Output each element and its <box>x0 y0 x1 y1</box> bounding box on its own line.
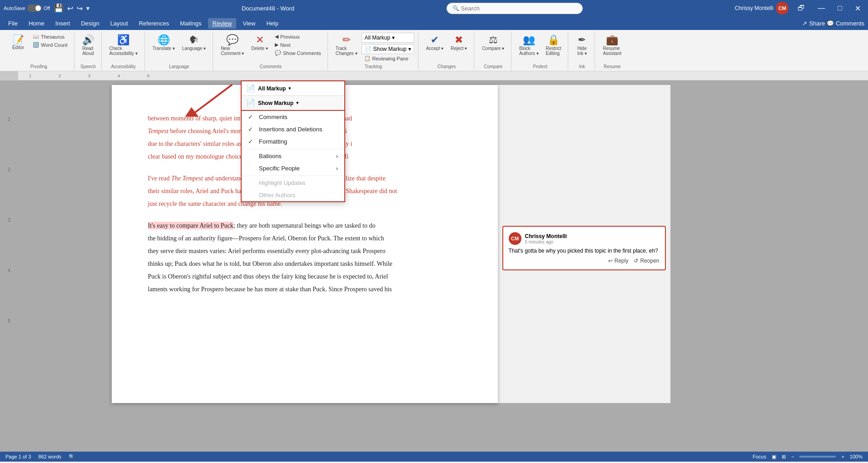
dropdown-insertions-deletions[interactable]: Insertions and Deletions <box>242 123 344 135</box>
focus-button[interactable]: Focus <box>753 454 766 459</box>
word-count-button[interactable]: 🔢 Word Count <box>30 41 70 49</box>
show-markup-dropdown-btn[interactable]: 📄 Show Markup ▾ <box>362 44 414 54</box>
menu-layout[interactable]: Layout <box>106 18 133 29</box>
reviewing-pane-button[interactable]: 📋 Reviewing Pane <box>362 55 414 62</box>
block-authors-icon: 👥 <box>523 35 535 45</box>
thesaurus-button[interactable]: 📖 Thesaurus <box>30 33 70 40</box>
restrict-editing-button[interactable]: 🔒 RestrictEditing <box>543 33 565 58</box>
changes-items: ✔ Accept ▾ ✖ Reject ▾ <box>423 33 470 62</box>
highlighted-text: It's easy to compare Ariel to Puck <box>148 222 233 229</box>
check-accessibility-button[interactable]: ♿ CheckAccessibility ▾ <box>106 33 141 58</box>
reply-button[interactable]: ↩ Reply <box>608 258 629 264</box>
search-icon: 🔍 <box>452 5 459 11</box>
menu-file[interactable]: File <box>4 18 22 29</box>
show-markup-doc-icon: 📄 <box>246 99 255 107</box>
resume-icon: 💼 <box>606 35 618 45</box>
restrict-editing-label: RestrictEditing <box>546 46 561 56</box>
dropdown-comments[interactable]: Comments <box>242 111 344 123</box>
dropdown-specific-people[interactable]: Specific People <box>242 162 344 174</box>
menu-home[interactable]: Home <box>24 18 49 29</box>
comment-time: 5 minutes ago <box>525 239 567 244</box>
layout-icon-1[interactable]: ▣ <box>772 454 776 460</box>
undo-icon[interactable]: ↩ <box>67 4 73 13</box>
toggle-knob <box>35 5 41 11</box>
doc-highlighted-section: It's easy to compare Ariel to Puck; they… <box>148 219 461 296</box>
all-markup-dropdown[interactable]: All Markup ▾ <box>362 33 414 43</box>
reply-label: Reply <box>615 258 629 264</box>
ribbon-group-speech: 🔊 ReadAloud Speech <box>75 32 102 71</box>
delete-comment-button[interactable]: ✕ Delete ▾ <box>248 33 271 53</box>
customize-icon[interactable]: ▾ <box>86 5 89 12</box>
editor-button[interactable]: 📝 Editor <box>7 33 29 52</box>
close-btn[interactable]: ✕ <box>851 2 864 15</box>
translate-button[interactable]: 🌐 Translate ▾ <box>149 33 178 53</box>
compare-button[interactable]: ⚖ Compare ▾ <box>479 33 507 53</box>
next-button[interactable]: ▶ Next <box>272 41 324 49</box>
show-markup-caret: ▾ <box>296 100 299 106</box>
hide-ink-button[interactable]: ✒ HideInk ▾ <box>573 33 591 58</box>
all-markup-row: 📄 All Markup ▾ <box>242 81 344 96</box>
zoom-out-btn[interactable]: − <box>791 454 794 459</box>
dropdown-balloons[interactable]: Balloons <box>242 150 344 162</box>
menu-help[interactable]: Help <box>262 18 283 29</box>
doc-layout: between moments of sharp, quiet intensit… <box>112 85 775 403</box>
doc-para-puck: Puck is Oberon's rightful subject and th… <box>148 270 461 283</box>
autosave-toggle-switch[interactable] <box>27 5 42 12</box>
previous-button[interactable]: ◀ Previous <box>272 33 324 40</box>
search-input[interactable] <box>461 5 577 12</box>
reject-icon: ✖ <box>455 35 463 45</box>
save-icon[interactable]: 💾 <box>54 3 64 13</box>
comment-actions: ↩ Reply ↺ Reopen <box>509 258 660 264</box>
zoom-in-btn[interactable]: + <box>841 454 844 459</box>
menu-review[interactable]: Review <box>208 18 237 29</box>
resume-assistant-button[interactable]: 💼 ResumeAssistant <box>600 33 625 58</box>
ribbon-group-accessibility: ♿ CheckAccessibility ▾ Accessibility <box>103 32 145 71</box>
comment-author: Chrissy Montelli <box>525 233 567 239</box>
word-count-icon: 🔢 <box>33 42 39 48</box>
redo-icon[interactable]: ↪ <box>77 4 83 13</box>
reject-button[interactable]: ✖ Reject ▾ <box>447 33 470 53</box>
ribbon-group-ink: ✒ HideInk ▾ Ink <box>569 32 595 71</box>
show-comments-button[interactable]: 💬 Show Comments <box>272 49 324 57</box>
autosave-toggle[interactable]: AutoSave Off <box>4 5 50 12</box>
doc-spacer-2 <box>148 210 461 219</box>
comments-menu-label: Comments <box>259 114 288 120</box>
share-button[interactable]: ↗ Share <box>802 20 825 27</box>
protect-label: Protect <box>516 63 564 70</box>
ruler-margin-left <box>0 71 18 80</box>
maximize-btn[interactable]: □ <box>834 2 846 14</box>
doc-scroll-area[interactable]: between moments of sharp, quiet intensit… <box>18 80 868 452</box>
block-authors-button[interactable]: 👥 BlockAuthors ▾ <box>516 33 541 58</box>
menu-view[interactable]: View <box>238 18 260 29</box>
reopen-button[interactable]: ↺ Reopen <box>634 258 659 264</box>
speech-items: 🔊 ReadAloud <box>79 33 98 62</box>
autosave-label: AutoSave <box>4 5 25 11</box>
search-bar[interactable]: 🔍 <box>446 3 583 14</box>
language-button[interactable]: 🗣 Language ▾ <box>179 33 209 53</box>
show-markup-row[interactable]: 📄 Show Markup ▾ <box>242 96 344 111</box>
comments-button[interactable]: 💬 Comments <box>827 20 864 27</box>
new-comment-button[interactable]: 💬 NewComment ▾ <box>218 33 247 58</box>
comment-avatar: CM <box>509 232 521 245</box>
autosave-state: Off <box>44 5 50 11</box>
read-aloud-button[interactable]: 🔊 ReadAloud <box>79 33 98 58</box>
restore-window-btn[interactable]: 🗗 <box>794 2 808 14</box>
show-markup-dropdown-label2: Show Markup <box>258 100 293 106</box>
language-label: Language <box>149 63 209 70</box>
menu-insert[interactable]: Insert <box>51 18 75 29</box>
accept-button[interactable]: ✔ Accept ▾ <box>423 33 446 53</box>
other-authors-label: Other Authors <box>259 192 295 199</box>
doc-para-laments: laments working for Prospero because he … <box>148 283 461 296</box>
dropdown-formatting[interactable]: Formatting <box>242 135 344 148</box>
menu-references[interactable]: References <box>134 18 174 29</box>
check-accessibility-label: CheckAccessibility ▾ <box>109 46 138 56</box>
track-changes-button[interactable]: ✏ TrackChanges ▾ <box>332 33 361 58</box>
minimize-btn[interactable]: — <box>814 2 828 14</box>
layout-icon-2[interactable]: ⊞ <box>782 454 786 460</box>
menu-design[interactable]: Design <box>76 18 104 29</box>
track-changes-label: TrackChanges ▾ <box>336 46 357 56</box>
resume-label: Resume <box>600 63 625 70</box>
ribbon-group-resume: 💼 ResumeAssistant Resume <box>596 32 628 71</box>
doc-para-thinks: thinks up; Puck does what he is told, bu… <box>148 258 461 270</box>
menu-mailings[interactable]: Mailings <box>175 18 206 29</box>
